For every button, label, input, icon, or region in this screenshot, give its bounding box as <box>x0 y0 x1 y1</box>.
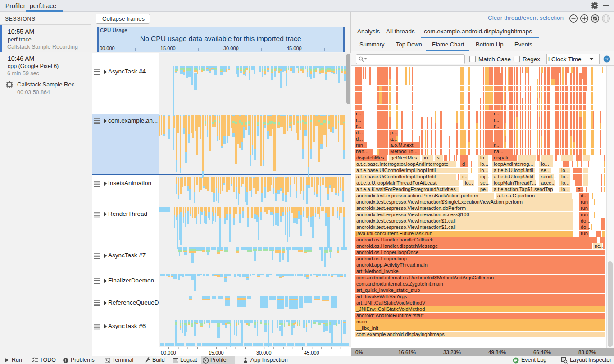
svg-text:a...: a... <box>390 136 397 141</box>
svg-text:lo...: lo... <box>480 155 488 160</box>
svg-text:lo...: lo... <box>561 168 569 173</box>
svg-text:a.t.e.action.Tap$1.sendTap: a.t.e.action.Tap$1.sendTap <box>494 187 553 192</box>
svg-text:com.example.android.displaying: com.example.android.displayingbitmaps <box>356 332 445 337</box>
svg-text:android.os.Handler.handleCallb: android.os.Handler.handleCallback <box>356 237 433 242</box>
svg-text:androidx.test.espresso.ViewInt: androidx.test.espresso.ViewInteraction$1… <box>356 224 456 230</box>
svg-text:a.t.e.base.Interrogator.loopAn: a.t.e.base.Interrogator.loopAndInterroga… <box>356 161 448 167</box>
svg-text:android.os.Looper.loop: android.os.Looper.loop <box>356 256 407 261</box>
svg-text:run: run <box>356 142 363 148</box>
svg-text:a.t.e.base.UiControllerImpl.lo: a.t.e.base.UiControllerImpl.loopUntil <box>356 168 436 173</box>
svg-text:run: run <box>581 199 588 205</box>
svg-text:lo...: lo... <box>480 168 488 173</box>
svg-text:se...: se... <box>541 168 550 173</box>
svg-text:r...: r... <box>356 123 361 129</box>
svg-text:art::InvokeWithVarArgs: art::InvokeWithVarArgs <box>356 294 407 299</box>
svg-text:s...: s... <box>437 155 444 160</box>
svg-text:com.android.internal.os.Runtim: com.android.internal.os.RuntimeInit$Meth… <box>356 275 494 280</box>
svg-text:in...: in... <box>424 155 432 160</box>
svg-text:do...: do... <box>581 218 590 223</box>
svg-text:p...: p... <box>578 187 584 192</box>
svg-text:getNextMes...: getNextMes... <box>391 155 421 160</box>
svg-text:androidx.test.espresso.ViewInt: androidx.test.espresso.ViewInteraction$1… <box>356 218 456 223</box>
svg-text:lo...: lo... <box>561 180 569 186</box>
svg-text:a.t.e.b.U.loopUntil: a.t.e.b.U.loopUntil <box>494 168 533 173</box>
svg-text:do...: do... <box>581 224 590 230</box>
svg-text:a.t.e.a.G.perform: a.t.e.a.G.perform <box>497 193 535 198</box>
svg-text:pe...: pe... <box>480 187 490 192</box>
svg-text:lo...: lo... <box>561 174 569 179</box>
svg-text:loopMainThreadF...: loopMainThreadF... <box>494 180 536 186</box>
svg-text:a.o.M.next: a.o.M.next <box>390 142 413 148</box>
svg-text:run: run <box>581 205 588 211</box>
svg-text:inj...: inj... <box>480 174 489 179</box>
svg-text:p...: p... <box>390 130 397 135</box>
svg-text:loopAndInterrog...: loopAndInterrog... <box>494 161 533 167</box>
svg-text:java.util.concurrent.FutureTas: java.util.concurrent.FutureTask.run <box>356 231 432 236</box>
svg-text:art_quick_invoke_static_stub: art_quick_invoke_static_stub <box>356 287 420 293</box>
svg-text:d...: d... <box>356 130 363 135</box>
svg-text:run: run <box>581 212 588 217</box>
svg-text:androidx.test.espresso.ViewInt: androidx.test.espresso.ViewInteraction$S… <box>356 199 523 205</box>
svg-text:com.android.internal.os.Zygote: com.android.internal.os.ZygoteInit.main <box>356 281 443 287</box>
svg-text:r...: r... <box>494 142 499 148</box>
svg-text:r...: r... <box>356 111 361 116</box>
svg-text:a.t.e.base.UiControllerImpl.lo: a.t.e.base.UiControllerImpl.loopUntil <box>356 174 436 179</box>
svg-text:ne...: ne... <box>595 243 604 249</box>
svg-text:a.t.e.b.U.loopMainThreadForAtL: a.t.e.b.U.loopMainThreadForAtLeast <box>356 180 437 186</box>
svg-text:a.t.e.a.K.waitForPendingForegr: a.t.e.a.K.waitForPendingForegroundActivi… <box>356 187 456 192</box>
svg-text:android::AndroidRuntime::start: android::AndroidRuntime::start <box>356 313 423 318</box>
svg-text:main: main <box>356 319 367 324</box>
svg-text:art::Method_invoke: art::Method_invoke <box>356 268 399 274</box>
svg-text:run: run <box>581 231 588 236</box>
svg-text:androidx.test.espresso.action.: androidx.test.espresso.action.PressBackA… <box>356 193 478 198</box>
svg-text:__libc_init: __libc_init <box>356 325 378 331</box>
svg-text:a.t.e.b.U.loopUntil: a.t.e.b.U.loopUntil <box>494 174 533 179</box>
svg-text:d: d <box>462 161 465 167</box>
svg-text:lo...: lo... <box>465 180 473 186</box>
svg-text:ha...: ha... <box>494 149 503 154</box>
svg-text:han...: han... <box>356 149 368 154</box>
svg-text:i...: i... <box>462 174 468 179</box>
svg-text:Method_in...: Method_in... <box>390 149 418 154</box>
svg-text:art::JNI::CallStaticVoidMethod: art::JNI::CallStaticVoidMethodV <box>356 300 426 305</box>
svg-text:dispatc...: dispatc... <box>494 155 514 160</box>
svg-text:r...: r... <box>494 117 499 123</box>
svg-text:d...: d... <box>581 193 587 198</box>
svg-text:lo...: lo... <box>561 187 569 192</box>
svg-text:android.os.Handler.dispatchMes: android.os.Handler.dispatchMessage <box>356 243 438 249</box>
svg-text:d...: d... <box>356 136 363 141</box>
svg-text:send...: send... <box>541 174 556 179</box>
svg-text:r...: r... <box>356 117 361 123</box>
svg-text:acce...: acce... <box>541 180 555 186</box>
svg-text:se...: se... <box>480 180 490 186</box>
svg-text:android.os.Looper.loopOnce: android.os.Looper.loopOnce <box>356 250 418 255</box>
svg-text:lo...: lo... <box>541 161 549 167</box>
svg-text:androidx.test.espresso.ViewInt: androidx.test.espresso.ViewInteraction.d… <box>356 205 466 211</box>
svg-text:android.app.ActivityThread.mai: android.app.ActivityThread.main <box>356 262 428 268</box>
svg-text:_JNIEnv::CallStaticVoidMethod: _JNIEnv::CallStaticVoidMethod <box>356 306 425 312</box>
svg-text:lo...: lo... <box>480 161 488 167</box>
svg-text:dispatchMes...: dispatchMes... <box>356 155 388 160</box>
svg-text:r...: r... <box>494 123 499 129</box>
svg-text:androidx.test.espresso.ViewInt: androidx.test.espresso.ViewInteraction.a… <box>356 212 469 217</box>
svg-text:r...: r... <box>494 111 499 116</box>
